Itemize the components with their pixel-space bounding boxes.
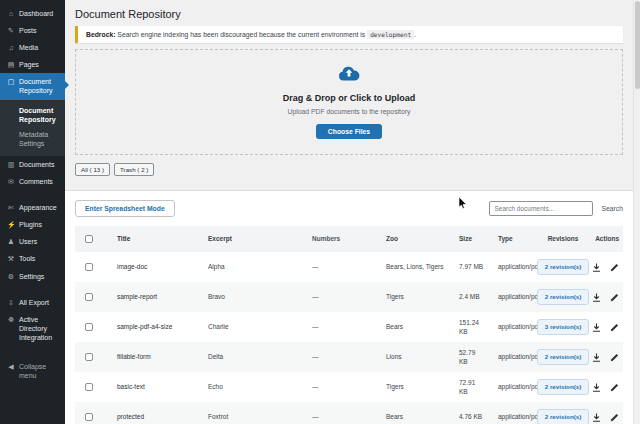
row-checkbox[interactable] xyxy=(85,323,93,331)
download-icon[interactable] xyxy=(592,353,601,362)
column-header-numbers: Numbers xyxy=(298,234,372,243)
download-icon[interactable] xyxy=(592,383,601,392)
settings-icon: ⚙ xyxy=(7,272,15,281)
revisions-badge[interactable]: 2 revision(s) xyxy=(537,349,589,366)
sidebar-item[interactable]: ✉ Comments xyxy=(0,173,65,190)
document-numbers: — xyxy=(298,382,372,391)
upload-cloud-icon xyxy=(337,65,361,86)
edit-pencil-icon[interactable] xyxy=(610,413,619,422)
column-header-title: Title xyxy=(103,234,194,243)
search-area: Search xyxy=(489,201,623,216)
document-title: sample-pdf-a4-size xyxy=(103,322,194,331)
row-checkbox[interactable] xyxy=(85,353,93,361)
upload-heading: Drag & Drop or Click to Upload xyxy=(283,93,416,103)
edit-pencil-icon[interactable] xyxy=(610,293,619,302)
document-zoo: Bears xyxy=(372,322,447,331)
sidebar-item-document-repository[interactable]: ▢ Document Repository xyxy=(0,73,65,99)
documents-icon: ▥ xyxy=(7,160,15,169)
document-title: fillable-form xyxy=(103,352,194,361)
document-type: application/pdf xyxy=(484,262,532,271)
row-checkbox[interactable] xyxy=(85,293,93,301)
column-header-zoo: Zoo xyxy=(372,234,447,243)
sidebar-item[interactable]: ✎ Posts xyxy=(0,22,65,39)
filter-button[interactable]: All ( 13 ) xyxy=(75,163,110,176)
edit-pencil-icon[interactable] xyxy=(610,263,619,272)
search-button[interactable]: Search xyxy=(601,205,623,212)
sidebar-item[interactable]: ⚡ Plugins xyxy=(0,216,65,233)
sidebar-item[interactable]: ♟ Users xyxy=(0,233,65,250)
revisions-badge[interactable]: 2 revision(s) xyxy=(537,259,589,276)
vertical-scrollbar xyxy=(633,0,640,424)
revisions-badge[interactable]: 3 revision(s) xyxy=(537,319,589,336)
download-icon[interactable] xyxy=(592,413,601,422)
upload-subtext: Upload PDF documents to the repository xyxy=(288,108,411,115)
sidebar-item[interactable]: ✄ Appearance xyxy=(0,199,65,216)
revisions-badge[interactable]: 2 revision(s) xyxy=(537,379,589,396)
sidebar-item[interactable]: ♫ Media xyxy=(0,39,65,56)
column-header-type: Type xyxy=(484,234,532,243)
table-row: sample-pdf-a4-size Charlie — Bears 151.2… xyxy=(75,312,623,342)
admin-sidebar: ⌂ Dashboard ✎ Posts ♫ Media ▤ Pages xyxy=(0,0,65,424)
sidebar-item[interactable]: ⌂ Dashboard xyxy=(0,5,65,22)
environment-notice: Bedrock: Search engine indexing has been… xyxy=(75,26,623,43)
download-icon[interactable] xyxy=(592,323,601,332)
sidebar-menu-mid: ▥ Documents ✉ Comments xyxy=(0,156,65,190)
sidebar-item[interactable]: ☸ Active Directory Integration xyxy=(0,311,65,346)
row-checkbox[interactable] xyxy=(85,383,93,391)
submenu-item-metadata-settings[interactable]: Metadata Settings xyxy=(0,127,65,151)
enter-spreadsheet-mode-button[interactable]: Enter Spreadsheet Mode xyxy=(75,200,175,217)
download-icon[interactable] xyxy=(592,263,601,272)
revisions-badge[interactable]: 2 revision(s) xyxy=(537,409,589,424)
sidebar-item[interactable]: ⚒ Tools xyxy=(0,250,65,267)
comments-icon: ✉ xyxy=(7,177,15,186)
filter-button[interactable]: Trash ( 2 ) xyxy=(114,163,154,176)
sidebar-item[interactable]: ⇩ All Export xyxy=(0,294,65,311)
document-numbers: — xyxy=(298,352,372,361)
main-content: Document Repository Bedrock: Search engi… xyxy=(65,0,633,424)
row-checkbox[interactable] xyxy=(85,413,93,421)
document-size: 151.24 KB xyxy=(447,318,484,336)
row-checkbox[interactable] xyxy=(85,263,93,271)
document-repository-icon: ▢ xyxy=(7,77,15,86)
document-zoo: Tigers xyxy=(372,292,447,301)
table-header-row: Title Excerpt Numbers Zoo Size Type Revi… xyxy=(75,226,623,252)
edit-pencil-icon[interactable] xyxy=(610,353,619,362)
scrollbar-thumb[interactable] xyxy=(635,1,640,89)
sidebar-item-collapse-menu[interactable]: ◀ Collapse menu xyxy=(0,358,65,384)
document-zoo: Bears xyxy=(372,412,447,421)
active-directory-icon: ☸ xyxy=(7,315,15,324)
document-numbers: — xyxy=(298,292,372,301)
document-numbers: — xyxy=(298,412,372,421)
document-type: application/pdf xyxy=(484,382,532,391)
column-header-size: Size xyxy=(447,234,484,243)
sidebar-item[interactable]: ⚙ Settings xyxy=(0,268,65,285)
document-zoo: Tigers xyxy=(372,382,447,391)
sidebar-menu-plugins: ⇩ All Export ☸ Active Directory Integrat… xyxy=(0,294,65,346)
revisions-badge[interactable]: 2 revision(s) xyxy=(537,289,589,306)
document-numbers: — xyxy=(298,322,372,331)
appearance-icon: ✄ xyxy=(7,203,15,212)
document-type: application/pdf xyxy=(484,412,532,421)
tools-icon: ⚒ xyxy=(7,254,15,263)
download-icon[interactable] xyxy=(592,293,601,302)
upload-dropzone[interactable]: Drag & Drop or Click to Upload Upload PD… xyxy=(75,49,623,155)
select-all-checkbox[interactable] xyxy=(85,235,93,243)
document-title: protected xyxy=(103,412,194,421)
notice-code: development xyxy=(367,30,414,39)
media-icon: ♫ xyxy=(7,43,15,52)
table-row: image-doc Alpha — Bears, Lions, Tigers 7… xyxy=(75,252,623,282)
submenu-item-document-repository[interactable]: Document Repository xyxy=(0,103,65,127)
document-size: 4.76 KB xyxy=(447,412,484,421)
dashboard-icon: ⌂ xyxy=(7,9,15,18)
document-excerpt: Foxtrot xyxy=(194,412,298,421)
sidebar-item[interactable]: ▥ Documents xyxy=(0,156,65,173)
documents-toolbar: Enter Spreadsheet Mode Search xyxy=(65,191,633,217)
search-input[interactable] xyxy=(489,201,593,216)
choose-files-button[interactable]: Choose Files xyxy=(316,124,382,139)
edit-pencil-icon[interactable] xyxy=(610,323,619,332)
document-type: application/pdf xyxy=(484,322,532,331)
document-excerpt: Alpha xyxy=(194,262,298,271)
document-size: 72.91 KB xyxy=(447,378,484,396)
sidebar-item[interactable]: ▤ Pages xyxy=(0,56,65,73)
edit-pencil-icon[interactable] xyxy=(610,383,619,392)
